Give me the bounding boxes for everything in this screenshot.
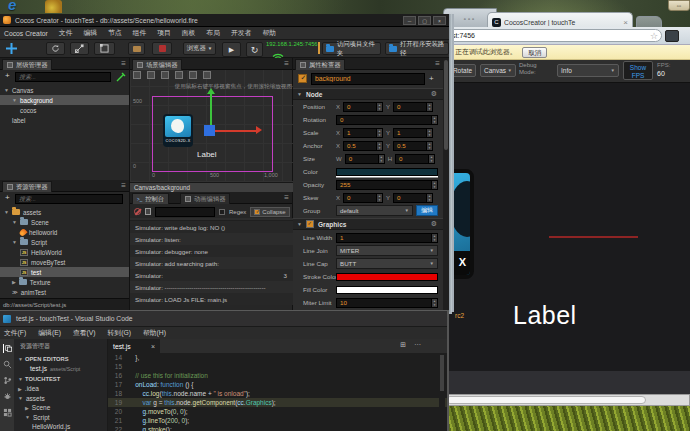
collapse-toggle[interactable]: Collapse (250, 207, 289, 217)
stepper-icon[interactable]: ▲ ▼ (426, 142, 432, 150)
code-line[interactable]: 17 onLoad: function () { (108, 380, 447, 389)
debug-icon[interactable] (3, 392, 12, 401)
project-section[interactable]: ▼TOUCHTEST (14, 374, 107, 384)
stepper-icon[interactable]: ▲ ▼ (376, 194, 382, 202)
rotation-field[interactable]: 0▲ ▼ (336, 115, 438, 125)
vscode-menu-item[interactable]: 编辑(E) (38, 328, 61, 338)
tree-row[interactable]: JSmoveByTest (0, 257, 129, 267)
stepper-icon[interactable]: ▲ ▼ (431, 234, 437, 242)
log-row[interactable]: Simulator: add searching path: (130, 257, 293, 269)
gear-icon[interactable]: ⚙ (431, 90, 437, 98)
tree-row[interactable]: ▶Texture (0, 277, 129, 287)
miter-limit-field[interactable]: 10▲ ▼ (336, 298, 438, 308)
tab-assets[interactable]: 资源管理器 (2, 181, 52, 192)
log-row[interactable]: Simulator: debugger: none (130, 245, 293, 257)
bookmark-star-icon[interactable]: ☆ (650, 30, 658, 42)
fill-color-swatch[interactable] (336, 286, 438, 294)
tree-row[interactable]: JStest (0, 267, 129, 277)
tree-row[interactable]: ▼background (0, 95, 129, 105)
cocos-sprite-node[interactable]: COCOS2D-X (163, 114, 193, 147)
tree-row[interactable]: cocos (0, 105, 129, 115)
group-dropdown[interactable]: default▼ (336, 205, 413, 216)
scale-y-field[interactable]: 1▲ ▼ (393, 128, 433, 138)
maximize-button[interactable]: ▢ (418, 16, 431, 25)
expand-arrow-icon[interactable]: ▼ (4, 209, 9, 215)
stepper-icon[interactable]: ▲ ▼ (431, 181, 437, 189)
cocos-menu-item[interactable]: 组件 (133, 28, 147, 38)
expand-arrow-icon[interactable]: ▶ (25, 405, 29, 411)
skew-y-field[interactable]: 0▲ ▼ (393, 193, 433, 203)
scrollbar-thumb[interactable] (440, 355, 444, 391)
panel-menu-icon[interactable]: ≡ (284, 59, 289, 68)
cocos-menu-item[interactable]: Cocos Creator (4, 30, 48, 37)
console-search-input[interactable] (155, 207, 215, 217)
collapse-checkbox[interactable] (254, 209, 260, 215)
debug-mode-select[interactable]: Info▼ (557, 64, 619, 77)
cocos-menu-item[interactable]: 布局 (206, 28, 220, 38)
open-install-path-button[interactable]: 打开程序安装路径 (385, 42, 449, 55)
stepper-icon[interactable]: ▲ ▼ (431, 116, 437, 124)
graphics-enabled-checkbox[interactable] (306, 220, 314, 228)
tab-inspector[interactable]: 属性检查器 (295, 59, 345, 70)
log-row[interactable]: Simulator: LOAD Js FILE: main.js (130, 293, 293, 305)
stepper-icon[interactable]: ▲ ▼ (431, 299, 437, 307)
gizmo-x-axis[interactable] (214, 130, 256, 132)
tab-testjs[interactable]: test.js× (108, 339, 160, 353)
expand-arrow-icon[interactable]: ▼ (12, 219, 17, 225)
color-swatch[interactable] (336, 168, 438, 176)
log-row[interactable]: Simulator: -----------------------------… (130, 281, 293, 293)
search-icon[interactable] (3, 360, 12, 369)
expand-arrow-icon[interactable]: ▶ (12, 279, 16, 285)
open-editors-section[interactable]: ▼OPEN EDITORS (14, 354, 107, 364)
vscode-menu-item[interactable]: 帮助(H) (143, 328, 166, 338)
node-active-checkbox[interactable] (298, 74, 307, 83)
position-x-field[interactable]: 0▲ ▼ (343, 102, 383, 112)
gear-icon[interactable]: ⚙ (431, 220, 437, 228)
vscode-titlebar[interactable]: test.js - touchTest - Visual Studio Code (0, 311, 447, 327)
cocos-menu-item[interactable]: 文件 (59, 28, 73, 38)
size-w-field[interactable]: 0▲ ▼ (345, 154, 385, 164)
cocos-menu-item[interactable]: 面板 (182, 28, 196, 38)
panel-menu-icon[interactable]: ≡ (284, 193, 289, 202)
tree-row[interactable]: ▼assets (0, 207, 129, 217)
cocos-menu-item[interactable]: 节点 (108, 28, 122, 38)
rotate-button[interactable]: Rotate (449, 64, 476, 77)
cocos-menu-item[interactable]: 项目 (157, 28, 171, 38)
tab-hierarchy[interactable]: 层级管理器 (2, 59, 52, 70)
expand-arrow-icon[interactable]: ▼ (297, 221, 302, 227)
vscode-menu-item[interactable]: 查看(V) (73, 328, 96, 338)
regex-checkbox[interactable] (219, 209, 225, 215)
preview-target-dropdown[interactable]: 浏览器▼ (183, 42, 216, 55)
pivot-toggle-button[interactable] (128, 42, 145, 55)
tree-row[interactable]: ▼Canvas (0, 85, 129, 95)
tree-row[interactable]: helloworld (0, 227, 129, 237)
tree-row[interactable]: ▼Scene (0, 217, 129, 227)
expand-arrow-icon[interactable]: ▼ (25, 414, 30, 420)
ie-desktop-icon[interactable]: e (8, 0, 28, 13)
expand-arrow-icon[interactable]: ▼ (12, 239, 17, 245)
add-node-button[interactable]: + (5, 71, 10, 80)
scene-tool-icon[interactable] (203, 71, 211, 79)
tree-row[interactable]: JSHelloWorld (0, 247, 129, 257)
skew-x-field[interactable]: 0▲ ▼ (343, 193, 383, 203)
more-actions-icon[interactable]: ⋯ (414, 341, 421, 349)
stroke-color-swatch[interactable] (336, 273, 438, 281)
stepper-icon[interactable]: ▲ ▼ (376, 142, 382, 150)
play-button[interactable]: ▶ (222, 42, 241, 57)
tab-animation-editor[interactable]: 动画编辑器 (180, 193, 230, 204)
show-fps-button[interactable]: ShowFPS (623, 61, 653, 80)
code-line[interactable]: 14 }, (108, 353, 447, 362)
anchor-x-field[interactable]: 0.5▲ ▼ (343, 141, 383, 151)
add-asset-button[interactable]: + (5, 193, 10, 202)
code-line[interactable]: 20 g.moveTo(0, 0); (108, 407, 447, 416)
stepper-icon[interactable]: ▲ ▼ (428, 155, 434, 163)
tree-row[interactable]: ▶.idea (14, 384, 107, 394)
expand-arrow-icon[interactable]: ▼ (18, 395, 23, 401)
node-section-header[interactable]: ▼ Node ⚙ (293, 88, 443, 100)
rect-tool-button[interactable] (94, 42, 115, 55)
scale-tool-button[interactable] (70, 42, 89, 55)
stepper-icon[interactable]: ▲ ▼ (426, 103, 432, 111)
close-button[interactable]: × (433, 16, 446, 25)
cancel-button[interactable]: 取消 (522, 47, 547, 58)
label-node[interactable]: Label (197, 150, 217, 159)
